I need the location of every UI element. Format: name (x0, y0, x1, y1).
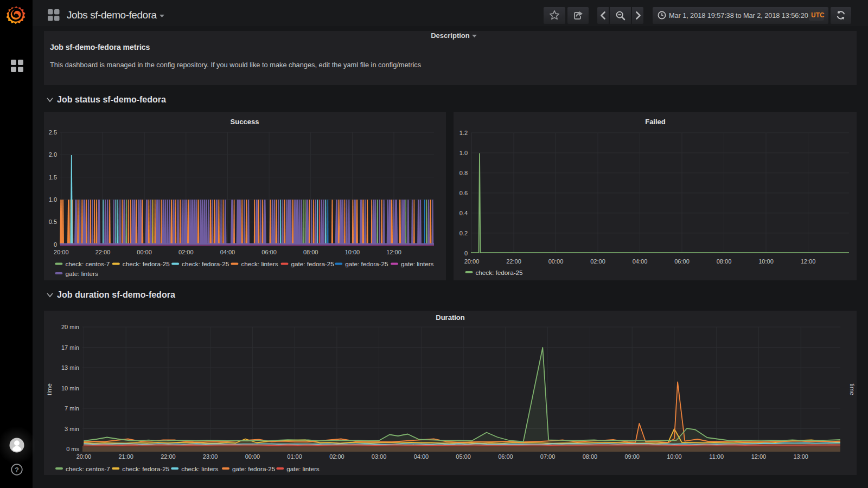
svg-text:22:00: 22:00 (95, 249, 111, 255)
svg-text:2.0: 2.0 (49, 151, 57, 158)
svg-text:gate: linters: gate: linters (286, 465, 320, 472)
svg-text:02:00: 02:00 (178, 249, 194, 255)
svg-text:11:00: 11:00 (709, 453, 724, 460)
svg-text:time: time (849, 383, 856, 395)
svg-text:20:00: 20:00 (76, 453, 92, 460)
svg-text:06:00: 06:00 (674, 258, 690, 265)
svg-text:17 min: 17 min (61, 344, 79, 351)
svg-text:Failed: Failed (645, 118, 666, 126)
svg-text:gate: linters: gate: linters (401, 260, 434, 267)
svg-text:check: fedora-25: check: fedora-25 (182, 260, 229, 267)
svg-text:20:00: 20:00 (464, 258, 480, 265)
svg-text:12:00: 12:00 (386, 249, 401, 255)
svg-text:time: time (46, 383, 53, 395)
svg-text:00:00: 00:00 (137, 249, 152, 255)
svg-text:04:00: 04:00 (414, 453, 429, 460)
svg-text:09:00: 09:00 (624, 453, 640, 460)
svg-text:Duration: Duration (436, 313, 465, 322)
svg-text:08:00: 08:00 (717, 258, 732, 265)
svg-text:check: centos-7: check: centos-7 (65, 260, 110, 267)
svg-text:05:00: 05:00 (456, 453, 471, 460)
svg-text:04:00: 04:00 (633, 258, 648, 265)
svg-text:0: 0 (464, 250, 468, 256)
svg-text:10:00: 10:00 (758, 258, 774, 265)
svg-text:gate: fedora-25: gate: fedora-25 (291, 260, 335, 267)
svg-text:2.5: 2.5 (49, 129, 57, 136)
svg-text:0.5: 0.5 (49, 219, 57, 225)
svg-text:08:00: 08:00 (303, 249, 318, 255)
svg-text:03:00: 03:00 (372, 453, 387, 460)
svg-text:1.5: 1.5 (49, 174, 57, 181)
svg-text:21:00: 21:00 (118, 453, 133, 460)
svg-text:22:00: 22:00 (161, 453, 176, 460)
svg-text:3 min: 3 min (65, 426, 79, 432)
svg-text:gate: fedora-25: gate: fedora-25 (345, 260, 388, 267)
svg-text:?: ? (15, 466, 19, 474)
svg-text:13:00: 13:00 (793, 453, 808, 460)
svg-text:12:00: 12:00 (801, 258, 816, 265)
svg-text:13 min: 13 min (61, 364, 79, 371)
svg-text:23:00: 23:00 (203, 453, 218, 460)
svg-text:gate: fedora-25: gate: fedora-25 (232, 465, 276, 472)
svg-text:0.8: 0.8 (459, 170, 468, 176)
svg-text:22:00: 22:00 (506, 258, 521, 265)
svg-text:20 min: 20 min (61, 324, 79, 330)
svg-text:1.0: 1.0 (49, 196, 57, 203)
svg-text:0: 0 (54, 241, 57, 248)
svg-text:06:00: 06:00 (498, 453, 513, 460)
svg-text:check: linters: check: linters (241, 260, 278, 267)
svg-text:00:00: 00:00 (245, 453, 260, 460)
svg-text:0.6: 0.6 (459, 190, 468, 196)
svg-text:07:00: 07:00 (540, 453, 556, 460)
svg-text:1.0: 1.0 (459, 150, 468, 156)
svg-text:06:00: 06:00 (261, 249, 277, 255)
svg-text:check: linters: check: linters (181, 465, 218, 472)
svg-text:10:00: 10:00 (667, 453, 682, 460)
svg-text:04:00: 04:00 (220, 249, 235, 255)
svg-text:Success: Success (231, 118, 259, 126)
svg-text:10:00: 10:00 (345, 249, 360, 255)
svg-text:7 min: 7 min (65, 405, 79, 412)
svg-text:check: centos-7: check: centos-7 (66, 465, 110, 472)
svg-text:01:00: 01:00 (287, 453, 302, 460)
svg-text:12:00: 12:00 (751, 453, 767, 460)
svg-text:02:00: 02:00 (329, 453, 344, 460)
svg-text:02:00: 02:00 (590, 258, 605, 265)
svg-text:0 ms: 0 ms (66, 446, 79, 452)
svg-text:20:00: 20:00 (54, 249, 69, 255)
svg-text:check: fedora-25: check: fedora-25 (123, 260, 170, 267)
svg-text:0.2: 0.2 (459, 230, 468, 236)
svg-text:check: fedora-25: check: fedora-25 (476, 269, 524, 276)
svg-text:10 min: 10 min (61, 385, 79, 391)
svg-text:00:00: 00:00 (548, 258, 564, 265)
svg-text:1.2: 1.2 (459, 130, 468, 136)
svg-text:gate: linters: gate: linters (65, 270, 98, 277)
svg-text:0.4: 0.4 (459, 210, 468, 216)
svg-text:08:00: 08:00 (583, 453, 598, 460)
svg-text:check: fedora-25: check: fedora-25 (122, 465, 170, 472)
